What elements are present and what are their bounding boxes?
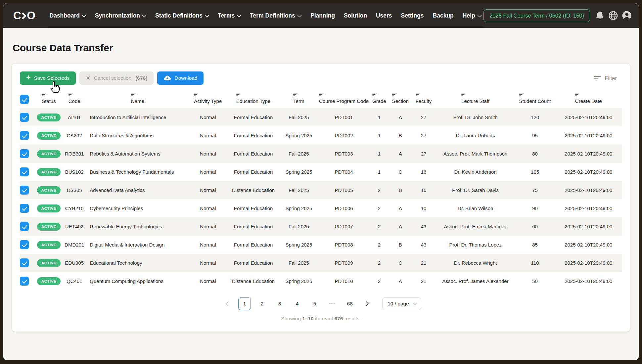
nav-item-users[interactable]: Users [376, 12, 392, 19]
cell-education: Formal Education [228, 236, 279, 254]
row-checkbox[interactable] [20, 186, 29, 195]
status-badge: ACTIVE [37, 205, 61, 212]
cell-program_code: PDT005 [319, 181, 369, 199]
cell-count: 95 [515, 126, 555, 145]
nav-item-label: Users [376, 12, 392, 19]
nav-item-static-definitions[interactable]: Static Definitions [155, 12, 209, 19]
cell-grade: 1 [369, 145, 389, 163]
page-button-4[interactable]: 4 [291, 297, 303, 310]
column-filter-icon [416, 93, 420, 96]
column-header-code[interactable]: Code [62, 91, 87, 108]
user-avatar-icon[interactable] [621, 10, 632, 21]
column-filter-icon [461, 93, 466, 96]
page-button-3[interactable]: 3 [273, 297, 286, 310]
pagination-next[interactable] [361, 297, 374, 310]
cell-date: 2025-02-10T20:49:00 [555, 217, 622, 236]
page-button-1[interactable]: 1 [238, 297, 251, 310]
column-filter-icon [42, 93, 46, 96]
column-header-create-date[interactable]: Create Date [555, 91, 622, 108]
pagination-ellipsis[interactable]: ••• [326, 297, 339, 310]
cell-faculty: 27 [411, 145, 436, 163]
row-checkbox[interactable] [20, 113, 29, 122]
language-globe-icon[interactable] [608, 10, 619, 21]
row-checkbox[interactable] [20, 258, 29, 267]
logo-letter-o: O [27, 9, 35, 22]
cell-name: Robotics & Automation Systems [87, 145, 188, 163]
column-header-name[interactable]: Name [87, 91, 188, 108]
nav-item-label: Static Definitions [155, 12, 203, 19]
page-button-68[interactable]: 68 [344, 297, 356, 310]
download-button[interactable]: Download [157, 71, 204, 85]
column-filter-icon [392, 93, 397, 96]
nav-item-term-definitions[interactable]: Term Definitions [250, 12, 301, 19]
cell-staff: Dr. Rebecca Wright [436, 254, 515, 272]
nav-item-synchronization[interactable]: Synchronization [95, 12, 146, 19]
column-header-grade[interactable]: Grade [369, 91, 389, 108]
column-header-activity-type[interactable]: Activity Type [188, 91, 228, 108]
cell-section: A [389, 145, 411, 163]
column-header-section[interactable]: Section [389, 91, 411, 108]
cell-term: Fall 2025 [279, 181, 319, 199]
active-term-badge[interactable]: 2025 Fall Course Term / 0602 (ID: 150) [483, 9, 590, 22]
nav-item-solution[interactable]: Solution [344, 12, 367, 19]
cell-status: ACTIVE [36, 108, 62, 126]
nav-item-help[interactable]: Help [463, 12, 482, 19]
page-button-2[interactable]: 2 [256, 297, 268, 310]
row-select-cell [20, 126, 36, 145]
chevron-down-icon [298, 15, 301, 18]
courses-table: StatusCodeNameActivity TypeEducation Typ… [20, 91, 622, 290]
column-header-course-program-code[interactable]: Course Program Code [319, 91, 369, 108]
status-badge: ACTIVE [37, 168, 61, 176]
cell-education: Formal Education [228, 254, 279, 272]
cell-status: ACTIVE [36, 181, 62, 199]
column-header-faculty[interactable]: Faculty [411, 91, 436, 108]
row-select-cell [20, 181, 36, 199]
cell-staff: Assoc. Prof. Emma Martinez [436, 217, 515, 236]
save-selecteds-button[interactable]: + Save Selecteds [20, 71, 76, 85]
row-checkbox[interactable] [20, 131, 29, 140]
nav-item-settings[interactable]: Settings [401, 12, 424, 19]
top-navbar: C O DashboardSynchronizationStatic Defin… [3, 3, 639, 28]
cell-staff: Assoc. Prof. James Alexander [436, 272, 515, 290]
app-logo[interactable]: C O [13, 9, 36, 22]
filter-button[interactable]: Filter [594, 75, 617, 81]
cell-activity: Normal [188, 199, 228, 217]
row-checkbox[interactable] [20, 277, 29, 286]
nav-item-dashboard[interactable]: Dashboard [50, 12, 86, 19]
cell-program_code: PDT006 [319, 199, 369, 217]
notification-bell-icon[interactable] [595, 11, 605, 21]
status-badge: ACTIVE [37, 259, 61, 267]
column-header-lecture-staff[interactable]: Lecture Staff [436, 91, 515, 108]
cell-faculty: 10 [411, 199, 436, 217]
cancel-selection-button[interactable]: ✕ Cancel selection (676) [79, 71, 154, 85]
cell-status: ACTIVE [36, 199, 62, 217]
row-checkbox[interactable] [20, 204, 29, 213]
row-checkbox[interactable] [20, 222, 29, 231]
pagination: 12345•••68 [221, 297, 374, 310]
nav-item-terms[interactable]: Terms [218, 12, 241, 19]
nav-item-planning[interactable]: Planning [310, 12, 335, 19]
page-button-5[interactable]: 5 [308, 297, 321, 310]
pagination-prev[interactable] [221, 297, 233, 310]
cell-staff: Assoc. Prof. Mark Thompson [436, 145, 515, 163]
cell-staff: Dr. Brian Wilson [436, 199, 515, 217]
select-all-checkbox[interactable] [20, 95, 29, 104]
row-checkbox[interactable] [20, 149, 29, 158]
column-filter-icon [293, 93, 298, 96]
cell-code: ROB301 [62, 145, 87, 163]
nav-item-label: Term Definitions [250, 12, 295, 19]
cell-status: ACTIVE [36, 272, 62, 290]
row-checkbox[interactable] [20, 167, 29, 176]
cell-activity: Normal [188, 272, 228, 290]
page-size-select[interactable]: 10 / page [382, 297, 421, 310]
nav-item-backup[interactable]: Backup [433, 12, 454, 19]
column-label: Name [131, 98, 144, 104]
column-header-term[interactable]: Term [279, 91, 319, 108]
cell-code: QC401 [62, 272, 87, 290]
chevron-right-icon [366, 301, 369, 306]
row-checkbox[interactable] [20, 240, 29, 249]
column-header-status[interactable]: Status [36, 91, 62, 108]
column-header-student-count[interactable]: Student Count [515, 91, 555, 108]
cell-count: 85 [515, 236, 555, 254]
column-header-education-type[interactable]: Education Type [228, 91, 279, 108]
